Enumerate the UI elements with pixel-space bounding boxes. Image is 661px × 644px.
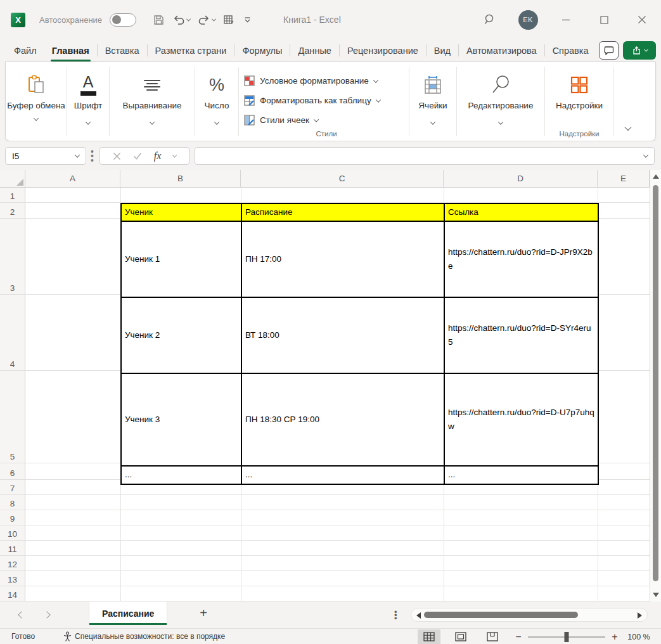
conditional-formatting-button[interactable]: Условное форматирование: [244, 71, 380, 91]
account-button[interactable]: EK: [509, 10, 547, 30]
scroll-left-arrow[interactable]: [416, 612, 421, 619]
add-sheet-button[interactable]: +: [193, 602, 214, 625]
row-header-14[interactable]: 14: [0, 586, 25, 602]
addins-button[interactable]: [570, 70, 589, 100]
undo-button[interactable]: [170, 12, 193, 28]
tab-help[interactable]: Справка: [545, 39, 596, 61]
name-box[interactable]: I5: [5, 147, 86, 165]
number-group-button[interactable]: % Число: [195, 62, 238, 141]
comments-button[interactable]: [599, 41, 619, 60]
tab-automate[interactable]: Автоматизирова: [459, 39, 544, 61]
horizontal-scrollbar[interactable]: [411, 608, 648, 622]
vertical-scrollbar[interactable]: [650, 170, 661, 602]
row-header-11[interactable]: 11: [0, 541, 25, 556]
column-header-c[interactable]: C: [241, 170, 444, 188]
row-header-2[interactable]: 2: [0, 203, 25, 219]
tab-insert[interactable]: Вставка: [98, 39, 147, 61]
save-button[interactable]: [150, 11, 167, 29]
page-break-view-button[interactable]: [481, 629, 504, 644]
tab-file[interactable]: Файл: [6, 39, 44, 61]
formula-input[interactable]: [195, 147, 655, 165]
search-button[interactable]: [471, 0, 509, 39]
sheet-bar-splitter[interactable]: •••: [394, 602, 397, 628]
confirm-entry-icon[interactable]: [133, 152, 142, 160]
undo-dropdown-chevron[interactable]: [186, 16, 191, 21]
horizontal-scrollbar-thumb[interactable]: [424, 612, 578, 618]
row-header-12[interactable]: 12: [0, 556, 25, 571]
cell-B6[interactable]: ...: [121, 466, 241, 484]
page-layout-view-button[interactable]: [449, 629, 472, 644]
cell-C2[interactable]: Расписание: [241, 203, 444, 221]
insert-function-button[interactable]: fx: [154, 150, 162, 162]
font-group-button[interactable]: А Шрифт: [67, 62, 109, 141]
collapse-ribbon-button[interactable]: [614, 62, 642, 141]
redo-dropdown-chevron[interactable]: [212, 16, 216, 21]
cell-D6[interactable]: ...: [444, 466, 598, 484]
row-header-6[interactable]: 6: [0, 463, 25, 480]
row-header-4[interactable]: 4: [0, 295, 25, 371]
cell-B4[interactable]: Ученик 2: [121, 297, 241, 373]
row-header-8[interactable]: 8: [0, 495, 25, 510]
zoom-slider-thumb[interactable]: [565, 632, 569, 642]
cell-C5[interactable]: ПН 18:30 СР 19:00: [241, 373, 444, 466]
editing-group-button[interactable]: Редактирование: [457, 62, 544, 141]
expand-formula-bar-chevron[interactable]: [643, 152, 648, 157]
tab-home[interactable]: Главная: [44, 39, 97, 61]
maximize-button[interactable]: [585, 0, 623, 39]
tab-view[interactable]: Вид: [427, 39, 458, 61]
prev-sheet-button[interactable]: [9, 602, 34, 628]
zoom-in-button[interactable]: +: [609, 631, 620, 643]
cell-D2[interactable]: Ссылка: [444, 203, 598, 221]
column-header-d[interactable]: D: [444, 170, 598, 188]
row-header-3[interactable]: 3: [0, 219, 25, 295]
cell-B3[interactable]: Ученик 1: [121, 221, 241, 297]
row-header-1[interactable]: 1: [0, 188, 25, 203]
vertical-scrollbar-thumb[interactable]: [653, 185, 658, 581]
cell-B5[interactable]: Ученик 3: [121, 373, 241, 466]
cell-C6[interactable]: ...: [241, 466, 444, 484]
row-header-10[interactable]: 10: [0, 525, 25, 541]
share-button[interactable]: [623, 41, 656, 60]
column-header-a[interactable]: A: [25, 170, 120, 188]
cancel-entry-icon[interactable]: [113, 152, 121, 160]
scroll-right-arrow[interactable]: [638, 612, 642, 619]
autosave-toggle[interactable]: [110, 13, 136, 27]
tab-data[interactable]: Данные: [290, 39, 338, 61]
excel-logo-icon[interactable]: X: [11, 13, 25, 27]
fx-chevron[interactable]: [172, 153, 177, 157]
column-header-e[interactable]: E: [598, 170, 650, 188]
row-header-13[interactable]: 13: [0, 571, 25, 586]
table-pen-button[interactable]: [221, 11, 238, 28]
row-header-7[interactable]: 7: [0, 480, 25, 495]
cell-C4[interactable]: ВТ 18:00: [241, 297, 444, 373]
sheet-tab-raspisanie[interactable]: Расписание: [89, 602, 167, 625]
normal-view-button[interactable]: [418, 629, 440, 644]
cell-C3[interactable]: ПН 17:00: [241, 221, 444, 297]
row-header-9[interactable]: 9: [0, 510, 25, 525]
cells-group-button[interactable]: Ячейки: [409, 62, 456, 141]
zoom-level[interactable]: 100 %: [620, 633, 657, 641]
tab-formulas[interactable]: Формулы: [234, 39, 290, 61]
column-header-b[interactable]: B: [120, 170, 241, 188]
zoom-out-button[interactable]: −: [513, 631, 524, 643]
clipboard-group-button[interactable]: Буфер обмена: [6, 62, 67, 141]
alignment-group-button[interactable]: Выравнивание: [110, 62, 195, 141]
scroll-up-arrow[interactable]: [653, 174, 659, 179]
next-sheet-button[interactable]: [34, 602, 60, 628]
minimize-button[interactable]: [547, 0, 585, 39]
cell-D5[interactable]: https://chattern.ru/duo?rid=D-U7p7uhqw: [444, 373, 598, 466]
cells-area[interactable]: Ученик Расписание Ссылка Ученик 1 ПН 17:…: [25, 188, 650, 602]
close-button[interactable]: [623, 0, 661, 39]
format-as-table-button[interactable]: Форматировать как таблицу: [244, 91, 380, 110]
name-box-chevron[interactable]: [75, 152, 80, 157]
cell-styles-button[interactable]: Стили ячеек: [244, 110, 380, 130]
cell-B2[interactable]: Ученик: [121, 203, 241, 221]
accessibility-status[interactable]: Специальные возможности: все в порядке: [63, 631, 225, 641]
row-header-5[interactable]: 5: [0, 371, 25, 463]
cell-D4[interactable]: https://chattern.ru/duo?rid=D-SYr4eru5: [444, 297, 598, 373]
scroll-down-arrow[interactable]: [653, 593, 659, 597]
redo-button[interactable]: [195, 12, 218, 28]
select-all-corner[interactable]: [0, 170, 25, 188]
customize-qat-button[interactable]: [241, 13, 254, 26]
zoom-slider[interactable]: [528, 636, 605, 638]
